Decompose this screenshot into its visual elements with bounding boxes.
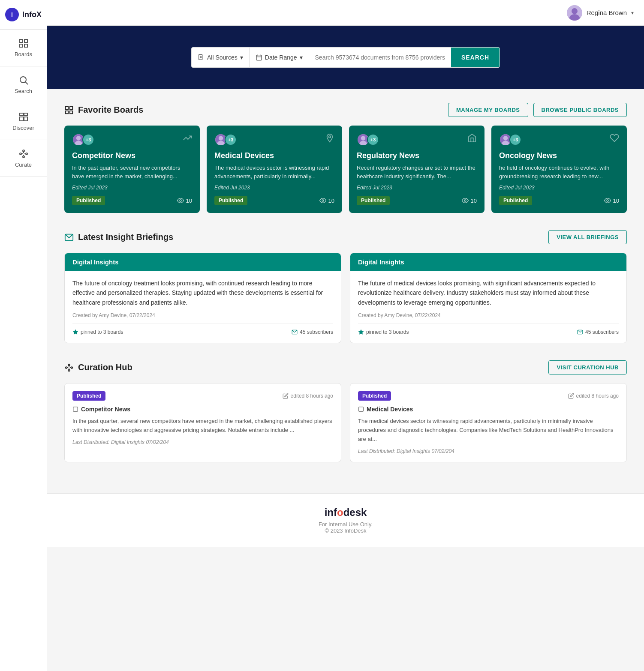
visit-curation-hub-button[interactable]: VISIT CURATION HUB [548,360,627,374]
briefing-footer-1: pinned to 3 boards 45 subscribers [358,324,619,335]
board-card-0[interactable]: +3 Competitor News In the past quarter, … [64,126,200,213]
favorite-boards-header: Favorite Boards MANAGE MY BOARDS BROWSE … [64,103,627,117]
pin-icon-0 [72,329,78,335]
svg-rect-8 [20,117,23,121]
briefing-pin-0: pinned to 3 boards [72,329,123,335]
curation-grid: Published edited 8 hours ago Competitor … [64,383,627,462]
svg-point-39 [329,136,331,138]
svg-line-5 [25,82,28,85]
briefing-card-1[interactable]: Digital Insights The future of medical d… [350,253,627,343]
user-name: Regina Brown [587,9,627,16]
board-desc-1: The medical devices sector is witnessing… [214,164,334,180]
sidebar: I InfoX Boards Search Discover Curate [0,0,47,671]
sidebar-item-boards[interactable]: Boards [0,30,47,66]
svg-rect-0 [20,39,23,42]
svg-point-13 [23,156,24,158]
board-edited-0: Edited Jul 2023 [72,185,192,191]
briefing-footer-0: pinned to 3 boards 45 subscribers [72,324,333,335]
sidebar-item-curate[interactable]: Curate [0,140,47,177]
board-icon-1 [358,406,364,412]
briefing-created-1: Created by Amy Devine, 07/22/2024 [358,312,619,318]
curation-card-0[interactable]: Published edited 8 hours ago Competitor … [64,383,341,462]
board-title-2: Regulatory News [357,151,477,160]
curation-board-name-0: Competitor News [72,406,333,413]
search-icon [18,75,29,85]
svg-rect-28 [66,106,68,109]
briefing-header-0: Digital Insights [65,253,341,271]
boards-section-icon [64,105,74,115]
board-card-3[interactable]: +3 Oncology News he field of oncology co… [491,126,627,213]
eye-icon-0 [177,197,184,204]
sidebar-item-search[interactable]: Search [0,66,47,103]
board-card-header-0: +3 [72,133,192,146]
curate-icon [18,149,29,159]
briefing-card-0[interactable]: Digital Insights The future of oncology … [64,253,341,343]
briefing-text-1: The future of medical devices looks prom… [358,279,619,307]
footer: infodesk For Internal Use Only. © 2023 I… [47,493,644,547]
curation-edited-1: edited 8 hours ago [568,393,619,399]
document-icon [198,54,205,61]
svg-rect-29 [70,106,72,109]
board-desc-3: he field of oncology continues to evolve… [499,164,619,180]
edit-icon-0 [283,393,289,399]
discover-icon [18,112,29,122]
search-input[interactable] [309,48,451,67]
manage-boards-button[interactable]: MANAGE MY BOARDS [448,103,528,117]
board-card-header-2: +3 [357,133,477,146]
avatar-group-1: +3 [214,133,237,146]
board-views-3: 10 [604,197,619,204]
eye-icon-1 [319,197,326,204]
date-label: Date Range [265,54,297,61]
svg-rect-30 [66,111,68,113]
board-card-1[interactable]: +3 Medical Devices The medical devices s… [207,126,342,213]
footer-subtitle: For Internal Use Only. [60,521,631,527]
board-card-2[interactable]: +3 Regulatory News Recent regulatory cha… [349,126,485,213]
board-views-0: 10 [177,197,192,204]
curation-edited-0: edited 8 hours ago [283,393,333,399]
browse-public-boards-button[interactable]: BROWSE PUBLIC BOARDS [533,103,627,117]
briefings-title: Latest Insight Briefings [64,232,173,242]
search-button[interactable]: SEARCH [451,48,500,67]
briefings-header: Latest Insight Briefings VIEW ALL BRIEFI… [64,230,627,244]
svg-point-35 [180,200,181,201]
briefing-header-1: Digital Insights [350,253,626,271]
svg-rect-21 [199,54,202,60]
status-badge-2: Published [357,196,390,205]
date-filter[interactable]: Date Range ▾ [250,48,309,67]
avatar [567,5,582,21]
board-card-header-3: +3 [499,133,619,146]
mail-icon-0 [292,329,298,335]
svg-rect-61 [359,407,364,412]
boards-grid: +3 Competitor News In the past quarter, … [64,126,627,213]
board-oncology-icon-3 [610,133,619,145]
user-menu[interactable]: Regina Brown ▾ [567,5,634,21]
mail-icon-1 [577,329,583,335]
curation-icon [64,363,74,372]
board-desc-0: In the past quarter, several new competi… [72,164,192,180]
filter-chevron: ▾ [240,54,243,61]
avatar-count-3: +3 [509,134,521,146]
avatar-count-0: +3 [82,134,94,146]
favorite-boards-title: Favorite Boards [64,105,143,115]
sources-filter[interactable]: All Sources ▾ [192,48,250,67]
svg-point-54 [71,367,73,368]
curation-distributed-0: Last Distributed: Digital Insights 07/02… [72,439,333,445]
board-medical-icon-1 [325,133,334,145]
view-all-briefings-button[interactable]: VIEW ALL BRIEFINGS [548,230,627,244]
briefing-text-0: The future of oncology treatment looks p… [72,279,333,307]
curation-status-badge-1: Published [358,391,391,401]
curation-card-1[interactable]: Published edited 8 hours ago Medical Dev… [350,383,627,462]
svg-point-55 [68,369,70,371]
logo-icon: I [5,8,19,21]
curation-status-badge-0: Published [72,391,105,401]
briefing-pin-1: pinned to 3 boards [358,329,409,335]
board-icon-0 [72,406,78,412]
svg-point-46 [503,136,508,140]
sidebar-item-discover[interactable]: Discover [0,103,47,140]
svg-point-12 [26,153,27,155]
status-badge-1: Published [214,196,247,205]
curation-card-header-0: Published edited 8 hours ago [72,391,333,401]
svg-point-11 [23,150,24,152]
footer-copyright: © 2023 InfoDesk [60,527,631,534]
boards-actions: MANAGE MY BOARDS BROWSE PUBLIC BOARDS [448,103,627,117]
